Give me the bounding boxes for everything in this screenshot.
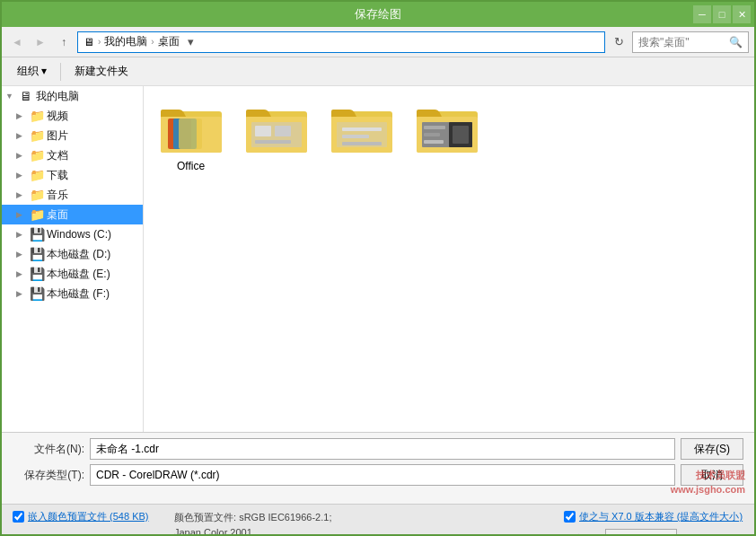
back-button[interactable]: ◄ [7, 32, 27, 52]
search-input[interactable] [638, 36, 728, 48]
embed-color-label[interactable]: 嵌入颜色预置文件 (548 KB) [28, 510, 148, 523]
path-separator-1: › [98, 37, 101, 47]
title-controls: ─ □ ✕ [693, 5, 751, 23]
folder-2[interactable] [238, 95, 314, 178]
embed-color-checkbox[interactable] [13, 511, 24, 523]
folder-office-label: Office [177, 160, 205, 174]
folder-4[interactable] [409, 95, 485, 178]
folder-icon: 📁 [29, 188, 45, 202]
filename-label: 文件名(N): [13, 442, 84, 457]
sidebar-item-windows-c[interactable]: ▶ 💾 Windows (C:) [2, 224, 143, 244]
svg-rect-22 [424, 126, 445, 129]
sidebar-item-label: 本地磁盘 (F:) [47, 286, 143, 302]
toolbar-separator [60, 63, 61, 81]
svg-rect-16 [342, 142, 382, 145]
folder-icon: 📁 [29, 128, 45, 143]
filename-row: 文件名(N): 保存(S) [13, 438, 743, 460]
filename-input[interactable] [90, 438, 675, 460]
sidebar-item-local-e[interactable]: ▶ 💾 本地磁盘 (E:) [2, 264, 143, 284]
sidebar-item-music[interactable]: ▶ 📁 音乐 [2, 185, 143, 205]
window-title: 保存绘图 [355, 6, 401, 22]
sidebar-item-label: 图片 [47, 128, 143, 144]
version-row: 版本(S): 17.0 版 [564, 529, 743, 536]
expand-icon: ▶ [16, 111, 27, 120]
sidebar-item-label: 桌面 [47, 207, 143, 223]
sidebar-item-label: 我的电脑 [36, 89, 143, 104]
version-select[interactable]: 17.0 版 [605, 529, 677, 536]
folder-4-icon [415, 99, 479, 156]
address-bar: ◄ ► ↑ 🖥 › 我的电脑 › 桌面 ▾ ↻ 🔍 [2, 27, 754, 57]
svg-rect-9 [275, 126, 291, 136]
sidebar-item-label: 文档 [47, 148, 143, 163]
color-profile-label: 颜色预置文件: [174, 512, 236, 523]
address-path[interactable]: 🖥 › 我的电脑 › 桌面 ▾ [77, 31, 605, 53]
toolbar: 组织 ▾ 新建文件夹 [2, 57, 754, 86]
expand-icon: ▶ [16, 190, 27, 199]
save-button[interactable]: 保存(S) [681, 438, 743, 460]
sidebar-item-label: 下载 [47, 168, 143, 183]
expand-icon: ▶ [16, 269, 27, 278]
organize-button[interactable]: 组织 ▾ [9, 61, 55, 83]
cancel-button[interactable]: 取消 [681, 464, 743, 486]
sidebar-item-label: 本地磁盘 (E:) [47, 267, 143, 282]
sidebar-item-label: 音乐 [47, 188, 143, 203]
folder-2-icon [244, 99, 309, 156]
expand-icon: ▶ [16, 289, 27, 298]
search-icon: 🔍 [729, 36, 743, 48]
svg-rect-24 [424, 140, 444, 144]
compat-label[interactable]: 使之与 X7.0 版本兼容 (提高文件大小) [579, 510, 743, 523]
svg-rect-8 [255, 126, 271, 136]
sidebar-item-label: 视频 [47, 109, 143, 124]
svg-rect-14 [342, 127, 382, 131]
options-area: 嵌入颜色预置文件 (548 KB) 颜色预置文件: sRGB IEC61966-… [2, 504, 754, 536]
svg-rect-15 [342, 135, 369, 138]
expand-icon: ▶ [16, 250, 27, 259]
folder-icon: 📁 [29, 168, 45, 182]
path-dropdown-button[interactable]: ▾ [183, 32, 199, 52]
svg-rect-21 [453, 126, 469, 144]
folder-office-icon [159, 99, 224, 156]
right-panel: Office [144, 86, 754, 432]
sidebar-item-video[interactable]: ▶ 📁 视频 [2, 106, 143, 126]
sidebar-item-downloads[interactable]: ▶ 📁 下载 [2, 165, 143, 185]
sidebar-item-desktop[interactable]: ▶ 📁 桌面 [2, 205, 143, 224]
sidebar-item-docs[interactable]: ▶ 📁 文档 [2, 145, 143, 165]
minimize-button[interactable]: ─ [693, 5, 711, 23]
left-panel: ▼ 🖥 我的电脑 ▶ 📁 视频 ▶ 📁 图片 ▶ 📁 文档 ▶ 📁 [2, 86, 144, 432]
forward-button[interactable]: ► [31, 32, 50, 52]
svg-rect-4 [179, 119, 202, 149]
sidebar-item-label: Windows (C:) [47, 228, 143, 241]
folder-office[interactable]: Office [153, 95, 229, 178]
embed-color-row: 嵌入颜色预置文件 (548 KB) [13, 510, 156, 523]
options-right: 使之与 X7.0 版本兼容 (提高文件大小) 版本(S): 17.0 版 [564, 510, 743, 536]
options-mid: 颜色预置文件: sRGB IEC61966-2.1;Japan Color 20… [174, 510, 546, 536]
path-icon: 🖥 [84, 36, 94, 48]
sidebar-item-local-f[interactable]: ▶ 💾 本地磁盘 (F:) [2, 284, 143, 303]
maximize-button[interactable]: □ [713, 5, 731, 23]
filetype-input[interactable] [90, 464, 675, 486]
expand-icon: ▶ [16, 131, 27, 140]
folder-3[interactable] [323, 95, 400, 178]
folder-icon: 📁 [29, 109, 45, 123]
sidebar-item-images[interactable]: ▶ 📁 图片 [2, 126, 143, 145]
expand-icon: ▶ [16, 210, 27, 219]
sidebar-item-local-d[interactable]: ▶ 💾 本地磁盘 (D:) [2, 244, 143, 264]
compat-checkbox[interactable] [564, 511, 576, 523]
options-left: 嵌入颜色预置文件 (548 KB) [13, 510, 156, 523]
svg-rect-10 [255, 140, 291, 144]
compat-row: 使之与 X7.0 版本兼容 (提高文件大小) [564, 510, 743, 523]
expand-icon: ▶ [16, 230, 27, 239]
up-button[interactable]: ↑ [54, 32, 74, 52]
refresh-button[interactable]: ↻ [609, 32, 629, 52]
new-folder-button[interactable]: 新建文件夹 [66, 61, 136, 83]
folder-icon: 📁 [29, 207, 45, 222]
sidebar-item-mypc[interactable]: ▼ 🖥 我的电脑 [2, 86, 143, 106]
drive-icon: 💾 [29, 227, 45, 242]
search-box[interactable]: 🔍 [632, 31, 749, 53]
drive-icon: 💾 [29, 247, 45, 261]
drive-icon: 💾 [29, 286, 45, 301]
main-area: ▼ 🖥 我的电脑 ▶ 📁 视频 ▶ 📁 图片 ▶ 📁 文档 ▶ 📁 [2, 86, 754, 432]
save-area: 文件名(N): 保存(S) 保存类型(T): 取消 [2, 432, 754, 504]
version-label: 版本(S): [564, 532, 600, 537]
close-button[interactable]: ✕ [733, 5, 751, 23]
